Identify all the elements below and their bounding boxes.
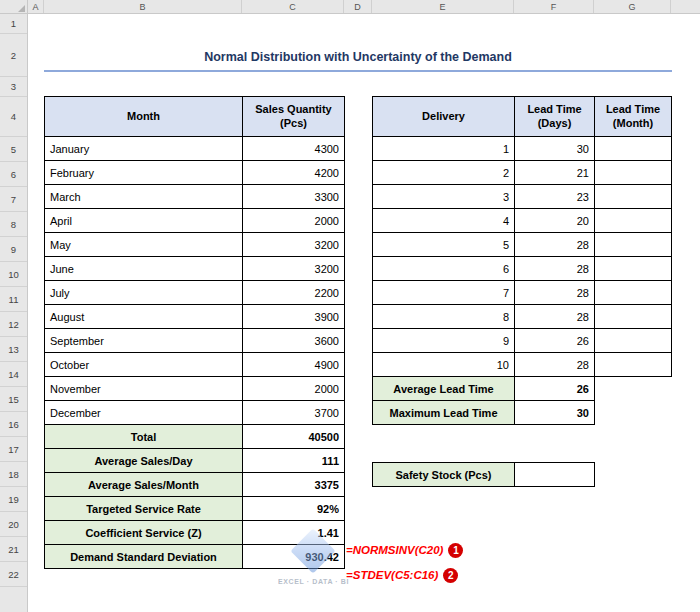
lead-month-cell[interactable]	[595, 353, 672, 377]
lead-month-cell[interactable]	[595, 233, 672, 257]
sales-header-month[interactable]: Month	[45, 97, 243, 137]
lead-month-cell[interactable]	[595, 257, 672, 281]
safety-stock-label-cell[interactable]: Safety Stock (Pcs)	[373, 463, 515, 487]
lead-month-cell[interactable]	[595, 161, 672, 185]
avg-sales-day-value-cell[interactable]: 111	[243, 449, 345, 473]
row-header-14[interactable]: 14	[0, 362, 27, 387]
qty-cell[interactable]: 3600	[243, 329, 345, 353]
lead-month-cell[interactable]	[595, 329, 672, 353]
delivery-cell[interactable]: 8	[373, 305, 515, 329]
row-header-7[interactable]: 7	[0, 187, 27, 212]
lead-month-cell[interactable]	[595, 209, 672, 233]
column-header-d[interactable]: D	[344, 0, 372, 13]
qty-cell[interactable]: 3300	[243, 185, 345, 209]
qty-cell[interactable]: 3200	[243, 257, 345, 281]
qty-cell[interactable]: 3200	[243, 233, 345, 257]
lead-month-cell[interactable]	[595, 281, 672, 305]
total-label-cell[interactable]: Total	[45, 425, 243, 449]
avg-sales-month-label-cell[interactable]: Average Sales/Month	[45, 473, 243, 497]
qty-cell[interactable]: 2200	[243, 281, 345, 305]
row-header-1[interactable]: 1	[0, 14, 27, 34]
lead-header-delivery[interactable]: Delivery	[373, 97, 515, 137]
empty-cell[interactable]	[595, 401, 672, 425]
delivery-cell[interactable]: 7	[373, 281, 515, 305]
delivery-cell[interactable]: 5	[373, 233, 515, 257]
lead-days-cell[interactable]: 28	[515, 353, 595, 377]
max-lead-time-label-cell[interactable]: Maximum Lead Time	[373, 401, 515, 425]
lead-days-cell[interactable]: 23	[515, 185, 595, 209]
row-header-2[interactable]: 2	[0, 34, 27, 77]
qty-cell[interactable]: 4900	[243, 353, 345, 377]
month-cell[interactable]: August	[45, 305, 243, 329]
sales-header-qty[interactable]: Sales Quantity (Pcs)	[243, 97, 345, 137]
row-header-17[interactable]: 17	[0, 437, 27, 462]
delivery-cell[interactable]: 1	[373, 137, 515, 161]
lead-days-cell[interactable]: 30	[515, 137, 595, 161]
delivery-cell[interactable]: 4	[373, 209, 515, 233]
lead-days-cell[interactable]: 28	[515, 281, 595, 305]
coefficient-z-label-cell[interactable]: Coefficient Service (Z)	[45, 521, 243, 545]
delivery-cell[interactable]: 6	[373, 257, 515, 281]
stdev-formula-text[interactable]: =STDEV(C5:C16)	[346, 569, 438, 581]
lead-header-days[interactable]: Lead Time (Days)	[515, 97, 595, 137]
row-header-21[interactable]: 21	[0, 537, 27, 562]
column-header-g[interactable]: G	[594, 0, 671, 13]
normsinv-formula-text[interactable]: =NORMSINV(C20)	[346, 544, 443, 556]
lead-days-cell[interactable]: 20	[515, 209, 595, 233]
row-header-4[interactable]: 4	[0, 97, 27, 137]
row-header-18[interactable]: 18	[0, 462, 27, 487]
service-rate-value-cell[interactable]: 92%	[243, 497, 345, 521]
row-header-10[interactable]: 10	[0, 262, 27, 287]
qty-cell[interactable]: 2000	[243, 377, 345, 401]
lead-month-cell[interactable]	[595, 137, 672, 161]
month-cell[interactable]: February	[45, 161, 243, 185]
qty-cell[interactable]: 3700	[243, 401, 345, 425]
column-header-b[interactable]: B	[44, 0, 242, 13]
column-header-c[interactable]: C	[242, 0, 344, 13]
qty-cell[interactable]: 4300	[243, 137, 345, 161]
coefficient-z-value-cell[interactable]: 1.41	[243, 521, 345, 545]
lead-days-cell[interactable]: 21	[515, 161, 595, 185]
column-header-f[interactable]: F	[514, 0, 594, 13]
month-cell[interactable]: March	[45, 185, 243, 209]
lead-days-cell[interactable]: 28	[515, 257, 595, 281]
lead-days-cell[interactable]: 28	[515, 233, 595, 257]
row-header-12[interactable]: 12	[0, 312, 27, 337]
delivery-cell[interactable]: 10	[373, 353, 515, 377]
month-cell[interactable]: July	[45, 281, 243, 305]
month-cell[interactable]: May	[45, 233, 243, 257]
lead-header-month[interactable]: Lead Time (Month)	[595, 97, 672, 137]
delivery-cell[interactable]: 3	[373, 185, 515, 209]
qty-cell[interactable]: 4200	[243, 161, 345, 185]
row-header-11[interactable]: 11	[0, 287, 27, 312]
row-header-6[interactable]: 6	[0, 162, 27, 187]
delivery-cell[interactable]: 2	[373, 161, 515, 185]
row-header-19[interactable]: 19	[0, 487, 27, 512]
row-header-13[interactable]: 13	[0, 337, 27, 362]
lead-days-cell[interactable]: 26	[515, 329, 595, 353]
avg-lead-time-value-cell[interactable]: 26	[515, 377, 595, 401]
avg-sales-day-label-cell[interactable]: Average Sales/Day	[45, 449, 243, 473]
row-header-8[interactable]: 8	[0, 212, 27, 237]
column-header-a[interactable]: A	[28, 0, 44, 13]
max-lead-time-value-cell[interactable]: 30	[515, 401, 595, 425]
total-value-cell[interactable]: 40500	[243, 425, 345, 449]
select-all-corner[interactable]	[0, 0, 28, 14]
row-header-3[interactable]: 3	[0, 77, 27, 97]
qty-cell[interactable]: 2000	[243, 209, 345, 233]
avg-sales-month-value-cell[interactable]: 3375	[243, 473, 345, 497]
row-header-9[interactable]: 9	[0, 237, 27, 262]
row-header-5[interactable]: 5	[0, 137, 27, 162]
delivery-cell[interactable]: 9	[373, 329, 515, 353]
std-deviation-value-cell[interactable]: 930.42	[243, 545, 345, 569]
stdev-annotation[interactable]: =STDEV(C5:C16) 2	[346, 563, 458, 587]
qty-cell[interactable]: 3900	[243, 305, 345, 329]
sheet-title[interactable]: Normal Distribution with Uncertainty of …	[44, 42, 672, 72]
lead-month-cell[interactable]	[595, 305, 672, 329]
month-cell[interactable]: November	[45, 377, 243, 401]
avg-lead-time-label-cell[interactable]: Average Lead Time	[373, 377, 515, 401]
lead-month-cell[interactable]	[595, 185, 672, 209]
normsinv-annotation[interactable]: =NORMSINV(C20) 1	[346, 538, 463, 562]
lead-days-cell[interactable]: 28	[515, 305, 595, 329]
empty-cell[interactable]	[595, 377, 672, 401]
